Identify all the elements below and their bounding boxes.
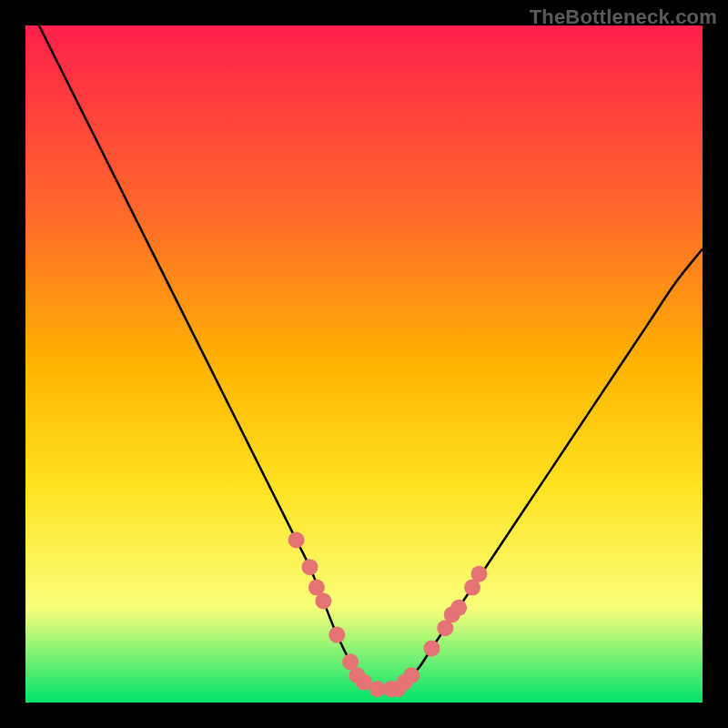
plot-area: [25, 25, 703, 703]
watermark-text: TheBottleneck.com: [530, 5, 717, 29]
curve-marker: [329, 627, 345, 643]
chart-frame: TheBottleneck.com: [0, 0, 728, 728]
curve-marker: [423, 640, 440, 656]
curve-marker: [315, 592, 331, 609]
curve-marker: [288, 531, 305, 548]
gradient-background: [25, 25, 703, 703]
curve-marker: [470, 566, 487, 582]
curve-marker: [403, 667, 420, 683]
curve-marker: [450, 600, 467, 616]
bottleneck-chart: [25, 25, 703, 703]
curve-marker: [301, 559, 318, 575]
